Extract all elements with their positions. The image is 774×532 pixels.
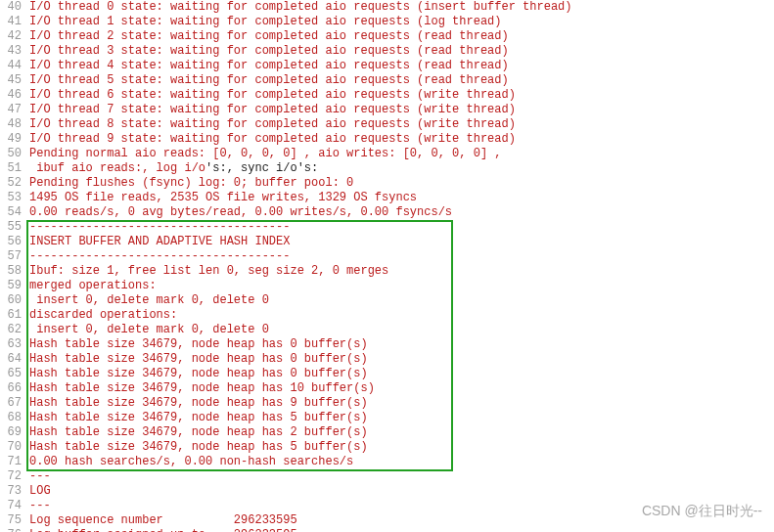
line-number: 71 — [0, 455, 22, 469]
line-number: 49 — [0, 132, 22, 147]
line-number: 57 — [0, 249, 22, 264]
code-line: I/O thread 9 state: waiting for complete… — [29, 132, 774, 147]
code-line: Hash table size 34679, node heap has 5 b… — [29, 440, 774, 455]
code-line: 1495 OS file reads, 2535 OS file writes,… — [29, 191, 774, 205]
line-number: 44 — [0, 59, 22, 73]
code-line: I/O thread 6 state: waiting for complete… — [29, 88, 774, 103]
code-line: 0.00 hash searches/s, 0.00 non-hash sear… — [29, 455, 774, 469]
code-line: I/O thread 1 state: waiting for complete… — [29, 15, 774, 29]
line-number: 70 — [0, 440, 22, 455]
line-number: 51 — [0, 161, 22, 176]
code-line: ------------------------------------- — [29, 249, 774, 264]
code-line: Pending flushes (fsync) log: 0; buffer p… — [29, 176, 774, 191]
code-line: I/O thread 3 state: waiting for complete… — [29, 44, 774, 59]
line-number: 69 — [0, 425, 22, 440]
code-line: Hash table size 34679, node heap has 0 b… — [29, 367, 774, 381]
code-line: I/O thread 0 state: waiting for complete… — [29, 0, 774, 15]
line-number: 68 — [0, 411, 22, 425]
code-line: I/O thread 5 state: waiting for complete… — [29, 73, 774, 88]
code-line: INSERT BUFFER AND ADAPTIVE HASH INDEX — [29, 235, 774, 249]
code-line: discarded operations: — [29, 308, 774, 323]
line-number: 60 — [0, 293, 22, 308]
code-line: 0.00 reads/s, 0 avg bytes/read, 0.00 wri… — [29, 205, 774, 220]
line-number: 72 — [0, 469, 22, 484]
code-block: 4041424344454647484950515253545556575859… — [0, 0, 774, 532]
line-number: 65 — [0, 367, 22, 381]
line-number: 75 — [0, 513, 22, 528]
line-number: 59 — [0, 279, 22, 293]
code-line: Hash table size 34679, node heap has 10 … — [29, 381, 774, 396]
line-number: 74 — [0, 499, 22, 513]
line-number: 53 — [0, 191, 22, 205]
line-number: 63 — [0, 337, 22, 352]
code-line: Log buffer assigned up to 296233595 — [29, 528, 774, 532]
code-line: Pending normal aio reads: [0, 0, 0, 0] ,… — [29, 147, 774, 161]
line-number: 52 — [0, 176, 22, 191]
code-line: Ibuf: size 1, free list len 0, seg size … — [29, 264, 774, 279]
line-number: 43 — [0, 44, 22, 59]
code-line: Log sequence number 296233595 — [29, 513, 774, 528]
line-number: 64 — [0, 352, 22, 367]
code-line: I/O thread 7 state: waiting for complete… — [29, 103, 774, 117]
code-line: insert 0, delete mark 0, delete 0 — [29, 293, 774, 308]
code-line: ------------------------------------- — [29, 220, 774, 235]
line-number: 46 — [0, 88, 22, 103]
code-line: ibuf aio reads:, log i/o's:, sync i/o's: — [29, 161, 774, 176]
code-line: --- — [29, 469, 774, 484]
code-line: Hash table size 34679, node heap has 0 b… — [29, 352, 774, 367]
line-number: 40 — [0, 0, 22, 15]
line-number: 66 — [0, 381, 22, 396]
code-content: I/O thread 0 state: waiting for complete… — [29, 0, 774, 532]
line-number: 45 — [0, 73, 22, 88]
line-number: 56 — [0, 235, 22, 249]
code-line: Hash table size 34679, node heap has 0 b… — [29, 337, 774, 352]
line-number: 61 — [0, 308, 22, 323]
code-line: Hash table size 34679, node heap has 2 b… — [29, 425, 774, 440]
line-number: 47 — [0, 103, 22, 117]
line-number: 41 — [0, 15, 22, 29]
line-number: 58 — [0, 264, 22, 279]
code-line: insert 0, delete mark 0, delete 0 — [29, 323, 774, 337]
line-number: 76 — [0, 528, 22, 532]
code-line: Hash table size 34679, node heap has 5 b… — [29, 411, 774, 425]
code-line: I/O thread 4 state: waiting for complete… — [29, 59, 774, 73]
line-number: 55 — [0, 220, 22, 235]
line-number: 48 — [0, 117, 22, 132]
line-number-gutter: 4041424344454647484950515253545556575859… — [0, 0, 29, 532]
code-line: merged operations: — [29, 279, 774, 293]
line-number: 54 — [0, 205, 22, 220]
code-line: LOG — [29, 484, 774, 499]
line-number: 67 — [0, 396, 22, 411]
line-number: 42 — [0, 29, 22, 44]
line-number: 73 — [0, 484, 22, 499]
code-line: I/O thread 2 state: waiting for complete… — [29, 29, 774, 44]
code-line: I/O thread 8 state: waiting for complete… — [29, 117, 774, 132]
code-line: --- — [29, 499, 774, 513]
code-line: Hash table size 34679, node heap has 9 b… — [29, 396, 774, 411]
line-number: 62 — [0, 323, 22, 337]
line-number: 50 — [0, 147, 22, 161]
